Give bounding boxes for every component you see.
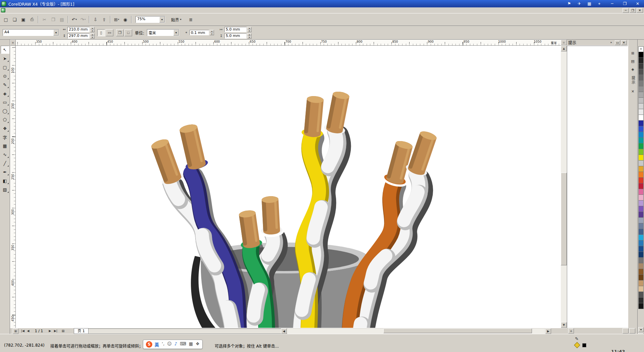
page-tab[interactable]: 页 1: [74, 328, 89, 334]
docker-tab-icon-3[interactable]: ◈: [629, 66, 637, 73]
color-swatch[interactable]: [638, 143, 644, 149]
paper-height-input[interactable]: [67, 33, 90, 39]
color-swatch[interactable]: [638, 161, 644, 166]
smart-fill-tool[interactable]: ◈: [1, 89, 9, 97]
last-page-button[interactable]: ▶|: [53, 328, 58, 334]
fill-tool[interactable]: ◧: [1, 177, 9, 185]
chevron-down-icon[interactable]: ▾: [53, 30, 59, 36]
color-swatch[interactable]: [638, 98, 644, 103]
color-swatch[interactable]: [638, 252, 644, 258]
horizontal-ruler[interactable]: 3504004505005506006507007508008509009501…: [16, 40, 561, 46]
rectangle-tool[interactable]: ▭: [1, 98, 9, 106]
color-swatch[interactable]: [638, 229, 644, 235]
paste-button[interactable]: ▤: [58, 15, 66, 24]
table-tool[interactable]: ▦: [1, 142, 9, 150]
color-swatch[interactable]: [638, 246, 644, 252]
color-swatch[interactable]: [638, 218, 644, 223]
color-swatch[interactable]: [638, 263, 644, 269]
landscape-button[interactable]: ▭: [106, 29, 113, 36]
flag-icon[interactable]: ⚑: [564, 1, 574, 6]
previous-page-button[interactable]: ◀: [26, 328, 31, 334]
color-swatch[interactable]: [638, 109, 644, 115]
color-swatch[interactable]: [638, 92, 644, 98]
basic-shapes-tool[interactable]: ❖: [1, 124, 9, 132]
spin-down-button[interactable]: ▾: [247, 30, 252, 32]
color-swatch[interactable]: [638, 275, 644, 280]
color-swatch[interactable]: [638, 223, 644, 229]
color-swatch[interactable]: [638, 172, 644, 178]
docker-tab-icon-1[interactable]: ⊞: [629, 50, 637, 56]
emoji-icon[interactable]: ☺: [167, 341, 172, 348]
skin-icon[interactable]: ❖: [196, 341, 200, 348]
vertical-ruler[interactable]: 100150200250300350400450: [10, 46, 16, 328]
doc-close-button[interactable]: ✕: [637, 8, 643, 13]
import-button[interactable]: ⇩: [91, 15, 100, 24]
bottom-right-button-1[interactable]: [623, 328, 629, 334]
docker-collapse-button[interactable]: »: [608, 40, 614, 45]
docker-close-button[interactable]: ✕: [621, 40, 627, 45]
color-swatch[interactable]: [638, 52, 644, 58]
mic-icon[interactable]: ♪: [174, 341, 177, 348]
ime-toolbar[interactable]: S 英’,☺♪⌨▦❖: [143, 340, 203, 349]
chevron-down-icon[interactable]: ▾: [85, 18, 86, 21]
zoom-level-combo[interactable]: 75% ▾: [136, 16, 165, 23]
color-swatch[interactable]: [638, 69, 644, 75]
polygon-tool[interactable]: ⬠: [1, 116, 9, 124]
drawing-canvas[interactable]: [16, 46, 561, 328]
bottom-right-button-2[interactable]: [629, 328, 635, 334]
toolbox-icon[interactable]: ▦: [189, 341, 193, 348]
shape-tool[interactable]: ➤: [1, 54, 9, 62]
lang-indicator[interactable]: 英: [155, 341, 159, 348]
no-color-swatch[interactable]: ✕: [638, 46, 644, 52]
portrait-button[interactable]: ▯: [97, 29, 105, 36]
vertical-scrollbar[interactable]: ▫ ▲ ▼: [561, 40, 567, 328]
copy-button[interactable]: ❐: [49, 15, 57, 24]
scroll-right-button[interactable]: ▶: [545, 328, 551, 334]
color-swatch[interactable]: [638, 235, 644, 240]
spin-down-button[interactable]: ▾: [210, 33, 214, 35]
save-button[interactable]: ▣: [19, 15, 28, 24]
print-button[interactable]: ⎙: [28, 15, 36, 24]
color-swatch[interactable]: [638, 126, 644, 132]
color-swatch[interactable]: [638, 298, 644, 303]
color-swatch[interactable]: [638, 189, 644, 195]
color-swatch[interactable]: [638, 206, 644, 212]
units-combo[interactable]: 毫米 ▾: [147, 29, 179, 36]
page-menu-button[interactable]: ▤: [60, 328, 66, 334]
color-swatch[interactable]: [638, 303, 644, 309]
ruler-origin-button[interactable]: +: [10, 40, 16, 46]
spin-up-button[interactable]: ▴: [90, 33, 95, 36]
spin-up-button[interactable]: ▴: [247, 33, 252, 36]
duplicate-y-input[interactable]: [224, 33, 247, 39]
color-swatch[interactable]: [638, 183, 644, 189]
spin-down-button[interactable]: ▾: [247, 36, 252, 39]
color-swatch[interactable]: [638, 138, 644, 143]
redo-button[interactable]: ↷▾: [79, 15, 87, 24]
chevron-down-icon[interactable]: ▾: [76, 18, 77, 21]
outline-pen-tool[interactable]: ✒: [1, 168, 9, 176]
app-launcher-button[interactable]: ⊞▾: [112, 15, 121, 24]
pin-icon[interactable]: ⌖: [594, 1, 604, 6]
color-swatch[interactable]: [638, 155, 644, 161]
next-page-button[interactable]: ▶: [48, 328, 52, 334]
paper-width-input[interactable]: [67, 27, 90, 32]
punctuation-indicator[interactable]: ’,: [162, 341, 164, 348]
welcome-screen-button[interactable]: ◉: [121, 15, 129, 24]
color-swatch[interactable]: [638, 75, 644, 81]
options-button[interactable]: ≣: [187, 15, 195, 24]
cut-button[interactable]: ✂: [40, 15, 49, 24]
spin-down-button[interactable]: ▾: [90, 30, 95, 32]
outline-color-indicator[interactable]: [582, 343, 586, 347]
color-swatch[interactable]: [638, 269, 644, 275]
interactive-fill-tool[interactable]: ▧: [1, 185, 9, 193]
zoom-tool[interactable]: ⊙: [1, 72, 9, 80]
spin-up-button[interactable]: ▴: [90, 27, 95, 30]
color-swatch[interactable]: [638, 286, 644, 292]
color-swatch[interactable]: [638, 149, 644, 155]
scroll-up-button[interactable]: ▲: [561, 46, 567, 51]
open-button[interactable]: ❏: [10, 15, 19, 24]
sogou-logo-icon[interactable]: S: [146, 341, 152, 348]
home-view-button[interactable]: ⌂: [568, 328, 574, 334]
blend-tool[interactable]: ∿: [1, 150, 9, 159]
color-swatch[interactable]: [638, 258, 644, 263]
